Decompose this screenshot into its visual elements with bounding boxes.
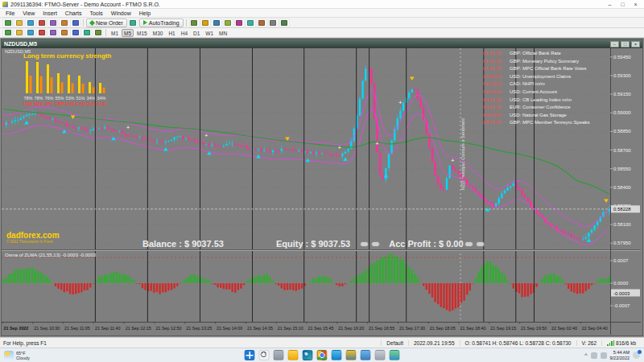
strength-bar-secondary xyxy=(30,76,32,93)
autotrading-button[interactable]: AutoTrading xyxy=(139,19,184,27)
time-axis-label: 21 Sep 10:30 xyxy=(34,326,60,331)
chart-bars-icon[interactable] xyxy=(200,19,211,27)
store-icon[interactable] xyxy=(332,350,342,360)
settings-icon[interactable] xyxy=(375,350,386,360)
edge-icon[interactable] xyxy=(303,350,313,360)
status-connection[interactable]: 816/6 kb xyxy=(601,340,641,346)
application-window: 2091136394: FTMO-Server - Demo Account -… xyxy=(0,0,644,362)
chart-line-icon[interactable] xyxy=(223,19,233,27)
photos-icon[interactable] xyxy=(390,350,400,360)
menu-item-charts[interactable]: Charts xyxy=(61,10,86,16)
data-window-icon[interactable] xyxy=(36,19,47,27)
maximize-button[interactable]: □ xyxy=(617,1,629,8)
overlay-pill-button[interactable] xyxy=(476,241,485,247)
timeframe-m15[interactable]: M15 xyxy=(134,29,150,37)
strength-bar xyxy=(47,64,49,93)
weather-widget[interactable]: 65°F Cloudy xyxy=(4,351,30,360)
timeframe-m30[interactable]: M30 xyxy=(151,29,166,37)
app-icon xyxy=(2,2,8,7)
svg-text:0.58850: 0.58850 xyxy=(613,129,631,134)
timeframe-mn[interactable]: MN xyxy=(217,29,229,37)
toolbar-separator xyxy=(186,19,187,27)
terminal-icon[interactable] xyxy=(59,19,69,27)
news-label: CAD: NHPI m/m xyxy=(510,80,545,88)
news-time: 02:45:02 xyxy=(483,73,510,81)
currency-strength-meter: 78%78%76%55%53%51%34%34%USDNZDJPYGBPEURC… xyxy=(23,61,106,106)
profiles-icon[interactable] xyxy=(14,19,24,27)
overlay-pill-button[interactable] xyxy=(360,241,369,247)
status-bar-time: 2022.09.21 19:55 xyxy=(408,340,460,346)
news-label: USD: Current Account xyxy=(510,88,557,97)
task-view-icon[interactable] xyxy=(274,350,284,360)
menu-item-window[interactable]: Window xyxy=(107,10,135,16)
timeframe-w1[interactable]: W1 xyxy=(203,29,216,37)
strength-currency: USD xyxy=(23,101,33,106)
file-explorer-icon[interactable] xyxy=(288,350,299,360)
chart-window-title: NZDUSD,M5 xyxy=(4,41,609,47)
cursor-icon[interactable] xyxy=(2,28,13,37)
strategy-tester-icon[interactable] xyxy=(70,19,80,27)
timeframe-d1[interactable]: D1 xyxy=(191,29,202,37)
chart-restore-button[interactable]: □ xyxy=(621,41,630,47)
metatrader-icon[interactable] xyxy=(346,350,357,360)
chart-minimize-button[interactable]: – xyxy=(610,41,619,47)
vertical-line-icon[interactable] xyxy=(25,28,35,37)
horizontal-line-icon[interactable] xyxy=(36,28,47,37)
menu-item-insert[interactable]: Insert xyxy=(39,10,61,16)
chrome-icon[interactable] xyxy=(317,350,328,360)
chart-candles-icon[interactable] xyxy=(212,19,222,27)
zoom-out-icon[interactable] xyxy=(246,19,256,27)
status-profile[interactable]: Default xyxy=(381,340,408,346)
timeframe-h4[interactable]: H4 xyxy=(179,29,190,37)
zoom-in-icon[interactable] xyxy=(234,19,245,27)
text-label-icon[interactable] xyxy=(81,28,92,37)
plus-mark-icon: + xyxy=(204,133,208,138)
mail-icon[interactable] xyxy=(361,350,371,360)
taskbar-clock[interactable]: 5:44 AM 9/22/2022 xyxy=(610,350,630,360)
chart-body[interactable]: NZD: Westpac Consumer Sentiment78%78%76%… xyxy=(2,48,642,335)
fullscreen-icon[interactable] xyxy=(189,19,200,27)
strength-currency: EUR xyxy=(65,101,75,106)
strength-bar-secondary xyxy=(93,87,95,93)
plus-mark-icon: + xyxy=(398,100,402,105)
news-item: 01:11:02GBP: MPC Official Bank Rate Vote… xyxy=(483,65,590,73)
strength-bar-secondary xyxy=(61,82,64,93)
time-axis[interactable]: 21 Sep 202221 Sep 10:3021 Sep 11:0521 Se… xyxy=(2,322,608,331)
price-axis[interactable]: 0.579500.581000.582500.584000.585500.587… xyxy=(610,55,640,308)
network-icon[interactable] xyxy=(591,352,597,359)
svg-text:0.57950: 0.57950 xyxy=(613,241,631,245)
menu-item-tools[interactable]: Tools xyxy=(85,10,106,16)
fibonacci-icon[interactable] xyxy=(70,28,80,37)
new-chart-icon[interactable] xyxy=(2,19,13,27)
menu-item-file[interactable]: File xyxy=(2,10,19,16)
minimize-button[interactable]: – xyxy=(604,1,616,8)
search-icon[interactable] xyxy=(259,350,270,360)
timeframe-m5[interactable]: M5 xyxy=(122,29,134,37)
templates-icon[interactable] xyxy=(279,19,290,27)
navigator-icon[interactable] xyxy=(47,19,58,27)
menu-item-help[interactable]: Help xyxy=(135,10,155,16)
tray-overflow-chevron[interactable]: ^ xyxy=(584,352,587,358)
chart-close-button[interactable]: × xyxy=(631,41,640,47)
timeframe-h1[interactable]: H1 xyxy=(166,29,177,37)
indicators-icon[interactable] xyxy=(257,19,267,27)
periods-icon[interactable] xyxy=(268,19,279,27)
metaeditor-icon[interactable] xyxy=(128,19,138,27)
equidistant-channel-icon[interactable] xyxy=(59,28,69,37)
trendline-icon[interactable] xyxy=(47,28,58,37)
notifications-icon[interactable] xyxy=(633,352,640,359)
chart-window-titlebar[interactable]: NZDUSD,M5 – □ × xyxy=(2,39,642,48)
osma-histogram xyxy=(2,254,610,312)
strength-percent: 34% xyxy=(97,96,105,101)
overlay-pill-button[interactable] xyxy=(464,241,473,247)
start-button[interactable] xyxy=(245,350,255,360)
arrow-objects-icon[interactable] xyxy=(93,28,103,37)
close-button[interactable]: × xyxy=(630,1,642,8)
market-watch-icon[interactable] xyxy=(25,19,35,27)
timeframe-m1[interactable]: M1 xyxy=(109,29,121,37)
volume-icon[interactable] xyxy=(601,352,607,359)
overlay-pill-button[interactable] xyxy=(371,241,380,247)
menu-item-view[interactable]: View xyxy=(19,10,39,16)
new-order-button[interactable]: New Order xyxy=(86,19,127,27)
crosshair-icon[interactable] xyxy=(14,28,24,37)
